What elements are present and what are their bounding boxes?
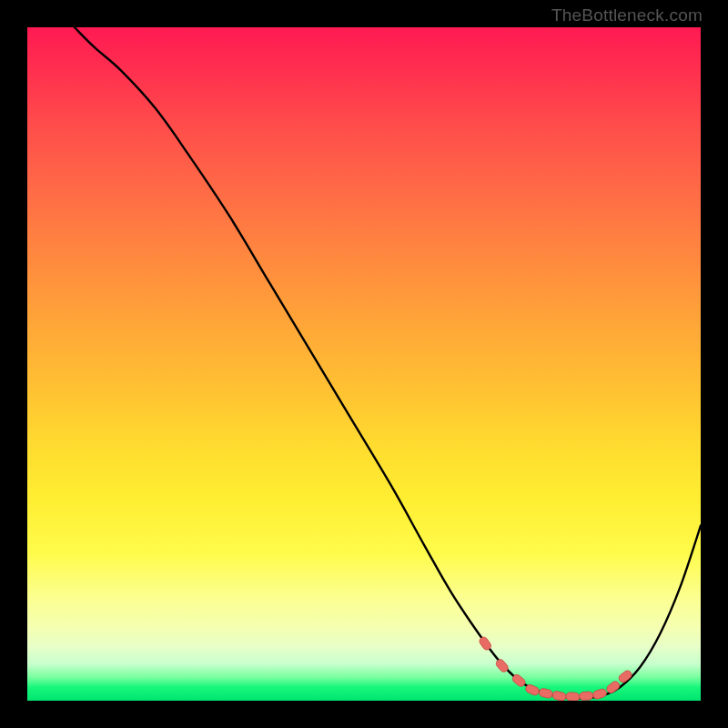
marker <box>551 691 567 701</box>
marker <box>511 673 527 688</box>
marker <box>579 692 593 701</box>
watermark-text: TheBottleneck.com <box>551 5 703 25</box>
bottleneck-curve <box>75 27 701 698</box>
marker <box>592 688 607 700</box>
marker <box>478 635 492 651</box>
trough-markers <box>478 635 633 701</box>
marker <box>538 688 553 699</box>
marker <box>605 680 621 694</box>
marker <box>494 658 510 673</box>
gradient-plot-area <box>27 27 701 701</box>
marker <box>617 669 632 683</box>
chart-container: TheBottleneck.com <box>0 0 728 728</box>
marker <box>524 683 540 696</box>
marker <box>566 692 581 701</box>
curve-layer <box>27 27 701 701</box>
